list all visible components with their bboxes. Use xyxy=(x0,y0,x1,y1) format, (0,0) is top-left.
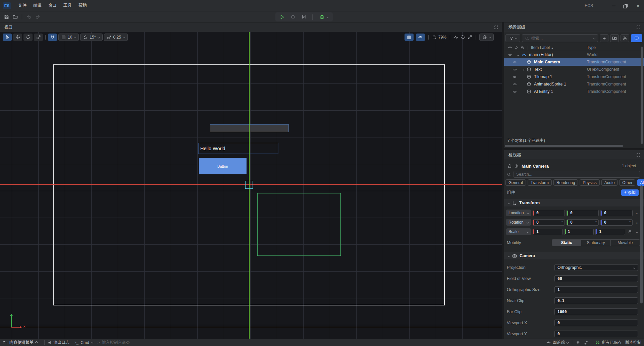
vertical-scrollbar[interactable] xyxy=(641,47,643,144)
scene-canvas[interactable]: 10 15° 0.25 xyxy=(0,32,502,339)
move-tool-button[interactable] xyxy=(13,34,22,41)
expand-chevron[interactable] xyxy=(521,69,526,70)
table-row-main-camera[interactable]: Main Camera TransformComponent xyxy=(504,58,644,66)
link-icon[interactable]: ↔ xyxy=(634,220,640,225)
eye-icon[interactable] xyxy=(507,45,513,50)
cmd-dropdown[interactable]: >_ Cmd xyxy=(74,340,93,345)
expand-panel-icon[interactable] xyxy=(636,25,641,30)
app-logo[interactable]: ES xyxy=(3,2,11,9)
eye-icon[interactable] xyxy=(512,82,517,86)
location-z-field[interactable]: 0 xyxy=(600,210,633,216)
tab-general[interactable]: General xyxy=(505,179,526,186)
grid-visibility-toggle[interactable] xyxy=(405,34,414,41)
lock-icon[interactable] xyxy=(507,164,512,168)
tab-physics[interactable]: Physics xyxy=(580,179,599,186)
star-icon[interactable] xyxy=(514,46,519,50)
eye-icon[interactable] xyxy=(512,90,517,94)
undo-button[interactable] xyxy=(24,12,33,21)
add-component-button[interactable]: + 添加 xyxy=(621,189,639,196)
add-entity-button[interactable] xyxy=(600,34,608,42)
link-icon[interactable]: ↔ xyxy=(634,229,640,234)
mobility-movable[interactable]: Movable xyxy=(611,240,640,246)
menu-help[interactable]: 帮助 xyxy=(75,0,90,11)
zoom-indicator[interactable]: 79% xyxy=(432,35,446,40)
network-status-icon[interactable] xyxy=(576,340,580,345)
tab-all[interactable]: All xyxy=(637,179,644,186)
viewport-x-field[interactable]: 0 xyxy=(554,320,638,326)
branch-icon[interactable] xyxy=(584,340,588,345)
console-command-input[interactable]: > 输入控制台命令 xyxy=(98,340,130,345)
filter-dropdown[interactable] xyxy=(505,34,520,42)
menu-tools[interactable]: 工具 xyxy=(60,0,75,11)
step-button[interactable] xyxy=(299,13,308,21)
rotation-z-field[interactable]: 0° xyxy=(600,219,633,226)
eye-icon[interactable] xyxy=(507,53,513,57)
lock-icon[interactable] xyxy=(627,230,633,234)
hierarchy-search[interactable] xyxy=(522,34,598,42)
column-item-label[interactable]: Item Label ▲ xyxy=(531,45,553,50)
vertical-scrollbar[interactable] xyxy=(640,185,643,303)
transform-section-header[interactable]: Transform xyxy=(504,199,644,207)
rotate-tool-button[interactable] xyxy=(23,34,33,41)
location-dropdown[interactable]: Location xyxy=(506,210,531,216)
tab-audio[interactable]: Audio xyxy=(601,179,618,186)
table-row-text[interactable]: Text UITextComponent xyxy=(504,66,644,73)
version-control-button[interactable]: 版本控制 xyxy=(625,340,641,345)
scale-tool-button[interactable] xyxy=(34,34,43,41)
camera-section-header[interactable]: Camera xyxy=(504,252,644,260)
close-button[interactable]: × xyxy=(632,0,644,11)
ui-text-object[interactable]: Hello World xyxy=(198,143,278,154)
scale-dropdown[interactable]: Scale xyxy=(506,228,531,235)
eye-icon[interactable] xyxy=(512,67,517,72)
projection-select[interactable]: Orthographic xyxy=(554,264,638,271)
table-row-tilemap[interactable]: Tilemap 1 TransformComponent xyxy=(504,73,644,80)
horizontal-scrollbar[interactable] xyxy=(505,145,623,147)
tilemap-bounds-rect[interactable] xyxy=(257,193,341,256)
location-y-field[interactable]: 0 xyxy=(567,210,599,216)
far-clip-field[interactable]: 1000 xyxy=(554,308,638,315)
hierarchy-settings-button[interactable] xyxy=(621,34,629,42)
save-status[interactable]: 所有已保存 xyxy=(595,340,622,345)
rotation-dropdown[interactable]: Rotation xyxy=(506,219,531,226)
redo-button[interactable] xyxy=(33,12,42,21)
scale-z-field[interactable]: 1 xyxy=(595,229,625,235)
table-row-ai-entity[interactable]: AI Entity 1 TransformComponent xyxy=(504,88,644,95)
rotation-y-field[interactable]: 0° xyxy=(567,219,599,226)
trace-dropdown[interactable]: 回追踪 xyxy=(546,340,569,345)
expand-panel-icon[interactable] xyxy=(494,25,498,30)
open-folder-button[interactable] xyxy=(11,12,19,21)
link-icon[interactable]: ↔ xyxy=(634,211,640,215)
maximize-button[interactable] xyxy=(620,0,632,11)
orthographic-size-field[interactable]: 1 xyxy=(554,286,638,293)
near-clip-field[interactable]: 0.1 xyxy=(554,297,638,304)
stop-button[interactable] xyxy=(288,13,297,21)
reset-view-button[interactable] xyxy=(461,35,465,40)
add-folder-button[interactable] xyxy=(610,34,619,42)
eye-icon[interactable] xyxy=(512,75,517,79)
search-input[interactable] xyxy=(531,36,591,41)
tab-other[interactable]: Other xyxy=(619,179,635,186)
grid-snap-dropdown[interactable]: 10 xyxy=(58,34,79,41)
snap-toggle-button[interactable] xyxy=(48,34,57,41)
scale-y-field[interactable]: 1 xyxy=(564,229,594,235)
scale-snap-dropdown[interactable]: 0.25 xyxy=(104,34,128,41)
rotation-x-field[interactable]: 0° xyxy=(533,219,565,226)
tab-rendering[interactable]: Rendering xyxy=(553,179,578,186)
play-button[interactable] xyxy=(278,13,286,21)
output-log-button[interactable]: 输出日志 xyxy=(47,340,69,345)
fullscreen-button[interactable] xyxy=(468,35,472,40)
menu-window[interactable]: 窗口 xyxy=(45,0,60,11)
runtime-view-button[interactable] xyxy=(631,34,642,42)
rotate-snap-dropdown[interactable]: 15° xyxy=(80,34,102,41)
lock-icon[interactable] xyxy=(520,46,525,50)
gear-icon[interactable] xyxy=(515,164,519,168)
selected-camera-gizmo[interactable] xyxy=(245,181,253,189)
field-of-view-field[interactable]: 60 xyxy=(554,275,638,282)
minimize-button[interactable] xyxy=(608,0,620,11)
tab-transform[interactable]: Transform xyxy=(528,179,552,186)
stats-button[interactable] xyxy=(453,35,458,40)
gizmo-visibility-toggle[interactable] xyxy=(416,34,425,41)
menu-edit[interactable]: 编辑 xyxy=(30,0,45,11)
expand-panel-icon[interactable] xyxy=(636,153,641,157)
ui-button-object[interactable]: Button xyxy=(199,158,247,174)
